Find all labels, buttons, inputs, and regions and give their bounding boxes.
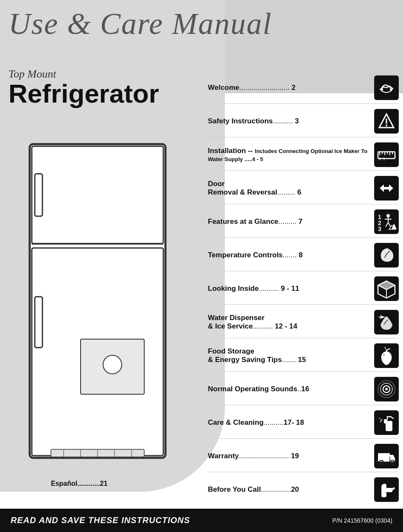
- toc-item-features: Features at a Glance......... 7 1 2 3: [208, 206, 399, 238]
- fridge-illustration: [25, 140, 170, 462]
- espanol-note: Español............21: [51, 480, 107, 487]
- svg-text:3: 3: [378, 226, 381, 232]
- toc-item-looking: Looking Inside.......... 9 - 11: [208, 273, 399, 305]
- toc-icon-care: [374, 410, 399, 435]
- toc-item-food: Food Storage& Energy Saving Tips....... …: [208, 340, 399, 372]
- toc-title-warranty: Warranty......................... 19: [208, 452, 299, 460]
- toc-title-food: Food Storage& Energy Saving Tips....... …: [208, 347, 306, 364]
- svg-rect-55: [378, 453, 390, 462]
- title-area: Use & Care Manual: [8, 6, 272, 42]
- toc-title-sounds: Normal Operating Sounds..16: [208, 385, 309, 393]
- toc-text-warranty: Warranty......................... 19: [208, 452, 374, 460]
- toc-item-temperature: Temperature Controls....... 8: [208, 240, 399, 271]
- footer-instruction-text: READ AND SAVE THESE INSTRUCTIONS: [11, 515, 190, 525]
- toc-text-door: DoorRemoval & Reversal......... 6: [208, 180, 374, 197]
- toc-text-food: Food Storage& Energy Saving Tips....... …: [208, 347, 374, 365]
- svg-point-57: [381, 462, 382, 463]
- toc-title-temperature: Temperature Controls....... 8: [208, 251, 303, 259]
- toc-text-care: Care & Cleaning..........17- 18: [208, 418, 374, 427]
- toc-text-welcome: Welcome......................... 2: [208, 84, 374, 92]
- toc-icon-water: [374, 310, 399, 334]
- svg-point-49: [385, 388, 388, 390]
- espanol-label: Español: [51, 480, 77, 487]
- toc-icon-safety: [374, 109, 399, 134]
- toc-title-welcome: Welcome......................... 2: [208, 84, 296, 92]
- svg-point-45: [383, 354, 385, 356]
- toc-item-before-call: Before You Call...............20: [208, 474, 399, 505]
- toc-icon-welcome: [374, 75, 399, 100]
- toc-icon-food: [374, 343, 399, 368]
- bottom-bar: READ AND SAVE THESE INSTRUCTIONS P/N 241…: [0, 509, 403, 532]
- svg-point-14: [381, 88, 383, 91]
- toc-panel: Welcome......................... 2 Safet…: [208, 72, 399, 507]
- svg-rect-51: [384, 419, 387, 423]
- toc-text-installation: Installation -- Includes Connecting Opti…: [208, 147, 374, 163]
- toc-item-care: Care & Cleaning..........17- 18: [208, 407, 399, 439]
- svg-text:0     1: 0 1: [379, 157, 385, 161]
- toc-icon-looking: [374, 276, 399, 301]
- toc-item-installation: Installation -- Includes Connecting Opti…: [208, 139, 399, 171]
- svg-rect-1: [32, 146, 163, 244]
- toc-title-before-call: Before You Call...............20: [208, 485, 299, 493]
- toc-text-sounds: Normal Operating Sounds..16: [208, 385, 374, 393]
- svg-point-52: [381, 419, 382, 421]
- svg-point-18: [386, 125, 387, 126]
- toc-title-care: Care & Cleaning..........17- 18: [208, 418, 304, 426]
- toc-item-safety: Safety Instructions.......... 3: [208, 106, 399, 137]
- svg-rect-61: [386, 488, 392, 492]
- toc-item-welcome: Welcome......................... 2: [208, 72, 399, 104]
- toc-title-water: Water Dispenser& Ice Service.......... 1…: [208, 314, 297, 330]
- svg-point-54: [380, 421, 381, 423]
- espanol-dots: ............: [77, 480, 100, 487]
- svg-point-30: [386, 214, 390, 217]
- left-panel: Top Mount Refrigerator: [8, 68, 204, 115]
- main-title: Use & Care Manual: [8, 6, 272, 42]
- toc-title-looking: Looking Inside.......... 9 - 11: [208, 284, 299, 292]
- toc-title-features: Features at a Glance......... 7: [208, 217, 302, 226]
- svg-point-59: [392, 462, 393, 463]
- toc-icon-features: 1 2 3: [374, 209, 399, 234]
- toc-item-warranty: Warranty......................... 19: [208, 440, 399, 472]
- toc-text-features: Features at a Glance......... 7: [208, 217, 374, 226]
- toc-title-installation: Installation --: [208, 147, 255, 155]
- toc-item-water: Water Dispenser& Ice Service.......... 1…: [208, 306, 399, 338]
- svg-line-34: [388, 223, 391, 227]
- toc-text-water: Water Dispenser& Ice Service.......... 1…: [208, 314, 374, 331]
- toc-icon-warranty: [374, 444, 399, 468]
- toc-icon-before-call: [374, 477, 399, 502]
- toc-item-sounds: Normal Operating Sounds..16: [208, 373, 399, 405]
- toc-icon-sounds: [374, 377, 399, 401]
- toc-icon-installation: 0 1: [374, 142, 399, 167]
- toc-title-safety: Safety Instructions.......... 3: [208, 117, 299, 125]
- toc-text-safety: Safety Instructions.......... 3: [208, 117, 374, 125]
- toc-text-before-call: Before You Call...............20: [208, 485, 374, 494]
- svg-point-6: [103, 355, 122, 374]
- toc-text-temperature: Temperature Controls....... 8: [208, 251, 374, 259]
- toc-title-door: DoorRemoval & Reversal......... 6: [208, 180, 301, 196]
- espanol-page: 21: [100, 480, 108, 487]
- footer-part-number: P/N 241567600 (0304): [332, 517, 392, 524]
- svg-marker-38: [378, 281, 395, 290]
- toc-icon-temperature: [374, 243, 399, 267]
- svg-line-33: [386, 223, 388, 227]
- toc-item-door: DoorRemoval & Reversal......... 6: [208, 173, 399, 204]
- subtitle-refrigerator: Refrigerator: [8, 81, 204, 107]
- toc-text-looking: Looking Inside.......... 9 - 11: [208, 284, 374, 293]
- svg-point-15: [390, 88, 392, 91]
- svg-point-53: [379, 418, 381, 419]
- toc-icon-door: [374, 176, 399, 201]
